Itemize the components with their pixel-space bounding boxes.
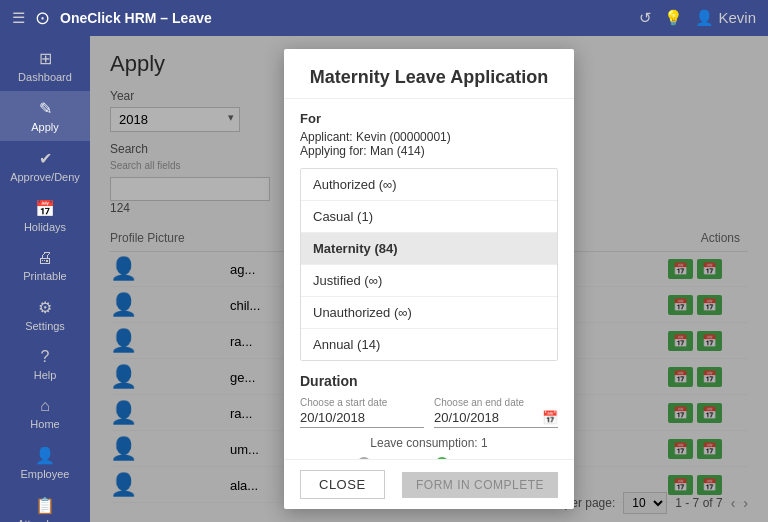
approve-icon: ✔ xyxy=(39,149,52,168)
sidebar-item-approve-deny[interactable]: ✔ Approve/Deny xyxy=(0,141,90,191)
leave-type-unauthorized[interactable]: Unauthorized (∞) xyxy=(301,297,557,329)
sidebar-item-label: Printable xyxy=(23,270,66,282)
leave-type-casual[interactable]: Casual (1) xyxy=(301,201,557,233)
date-row: Choose a start date 20/10/2018 Choose an… xyxy=(300,397,558,428)
applicant-detail: Applicant: Kevin (00000001) xyxy=(300,130,558,144)
modal-footer: CLOSE FORM IN COMPLETE xyxy=(284,459,574,509)
end-date-field: Choose an end date 20/10/2018 📅 xyxy=(434,397,558,428)
sidebar-item-home[interactable]: ⌂ Home xyxy=(0,389,90,438)
sidebar-item-dashboard[interactable]: ⊞ Dashboard xyxy=(0,41,90,91)
menu-icon[interactable]: ☰ xyxy=(12,9,25,27)
applying-for-detail: Applying for: Man (414) xyxy=(300,144,558,158)
consumption-row: Leave consumption: 1 xyxy=(300,436,558,450)
end-date-label: Choose an end date xyxy=(434,397,558,408)
topbar-left: ☰ ⊙ OneClick HRM – Leave xyxy=(12,7,212,29)
end-date-cal-icon[interactable]: 📅 xyxy=(542,410,558,425)
start-date-value[interactable]: 20/10/2018 xyxy=(300,410,424,425)
end-date-input-wrap: 20/10/2018 📅 xyxy=(434,410,558,428)
sidebar-item-printable[interactable]: 🖨 Printable xyxy=(0,241,90,290)
leave-type-list: Authorized (∞) Casual (1) Maternity (84)… xyxy=(300,168,558,361)
sidebar-item-holidays[interactable]: 📅 Holidays xyxy=(0,191,90,241)
modal-overlay: Maternity Leave Application For Applican… xyxy=(90,36,768,522)
start-date-label: Choose a start date xyxy=(300,397,424,408)
sidebar-item-label: Apply xyxy=(31,121,59,133)
leave-type-justified[interactable]: Justified (∞) xyxy=(301,265,557,297)
refresh-icon[interactable]: ↺ xyxy=(639,9,652,27)
modal: Maternity Leave Application For Applican… xyxy=(284,49,574,509)
form-incomplete-button: FORM IN COMPLETE xyxy=(402,472,558,498)
leave-type-annual[interactable]: Annual (14) xyxy=(301,329,557,360)
main-content: Apply Year 2018 Search Search all fields… xyxy=(90,36,768,522)
sidebar-item-label: Employee xyxy=(21,468,70,480)
sidebar-item-label: Help xyxy=(34,369,57,381)
holidays-icon: 📅 xyxy=(35,199,55,218)
sidebar-item-label: Settings xyxy=(25,320,65,332)
app-logo: ⊙ xyxy=(35,7,50,29)
for-section: For Applicant: Kevin (00000001) Applying… xyxy=(300,111,558,158)
modal-body: For Applicant: Kevin (00000001) Applying… xyxy=(284,99,574,459)
topbar: ☰ ⊙ OneClick HRM – Leave ↺ 💡 👤 Kevin xyxy=(0,0,768,36)
notification-icon[interactable]: 💡 xyxy=(664,9,683,27)
modal-title: Maternity Leave Application xyxy=(284,49,574,99)
sidebar-item-help[interactable]: ? Help xyxy=(0,340,90,389)
sidebar-item-label: Approve/Deny xyxy=(10,171,80,183)
start-date-input-wrap: 20/10/2018 xyxy=(300,410,424,428)
close-button[interactable]: CLOSE xyxy=(300,470,385,499)
apply-icon: ✎ xyxy=(39,99,52,118)
start-date-field: Choose a start date 20/10/2018 xyxy=(300,397,424,428)
sidebar-item-label: Dashboard xyxy=(18,71,72,83)
app-title: OneClick HRM – Leave xyxy=(60,10,212,26)
sidebar-item-employee[interactable]: 👤 Employee xyxy=(0,438,90,488)
home-icon: ⌂ xyxy=(40,397,50,415)
topbar-right: ↺ 💡 👤 Kevin xyxy=(639,9,756,27)
for-label: For xyxy=(300,111,558,126)
sidebar-item-label: Holidays xyxy=(24,221,66,233)
sidebar-item-settings[interactable]: ⚙ Settings xyxy=(0,290,90,340)
settings-icon: ⚙ xyxy=(38,298,52,317)
user-icon[interactable]: 👤 Kevin xyxy=(695,9,756,27)
duration-title: Duration xyxy=(300,373,558,389)
sidebar: ⊞ Dashboard ✎ Apply ✔ Approve/Deny 📅 Hol… xyxy=(0,36,90,522)
sidebar-item-apply[interactable]: ✎ Apply xyxy=(0,91,90,141)
end-date-value[interactable]: 20/10/2018 xyxy=(434,410,542,425)
attendance-icon: 📋 xyxy=(35,496,55,515)
duration-section: Duration Choose a start date 20/10/2018 … xyxy=(300,373,558,459)
leave-type-authorized[interactable]: Authorized (∞) xyxy=(301,169,557,201)
layout: ⊞ Dashboard ✎ Apply ✔ Approve/Deny 📅 Hol… xyxy=(0,36,768,522)
sidebar-item-label: Home xyxy=(30,418,59,430)
leave-type-maternity[interactable]: Maternity (84) xyxy=(301,233,557,265)
dashboard-icon: ⊞ xyxy=(39,49,52,68)
printable-icon: 🖨 xyxy=(37,249,53,267)
sidebar-item-attendance[interactable]: 📋 Attendance xyxy=(0,488,90,522)
help-icon: ? xyxy=(41,348,50,366)
sidebar-item-label: Attendance xyxy=(17,518,73,522)
employee-icon: 👤 xyxy=(35,446,55,465)
